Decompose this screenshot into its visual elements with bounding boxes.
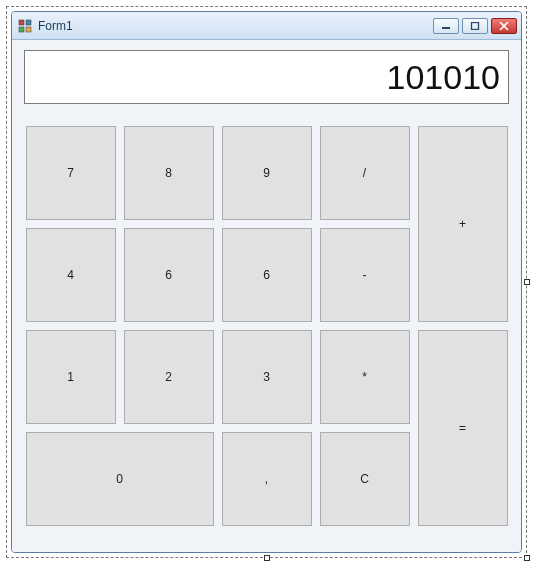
key-0[interactable]: 0: [26, 432, 214, 526]
minimize-icon: [441, 22, 451, 30]
key-comma[interactable]: ,: [222, 432, 312, 526]
key-8[interactable]: 8: [124, 126, 214, 220]
svg-rect-0: [19, 20, 24, 25]
key-minus[interactable]: -: [320, 228, 410, 322]
minimize-button[interactable]: [433, 18, 459, 34]
key-equals[interactable]: =: [418, 330, 508, 526]
display-input[interactable]: [24, 50, 509, 104]
form-window: Form1 7 8 9 / +: [11, 11, 522, 553]
svg-rect-4: [442, 27, 450, 29]
window-title: Form1: [38, 19, 433, 33]
client-area: 7 8 9 / + 4 6 6 - 1 2 3 * = 0 , C: [12, 40, 521, 552]
svg-rect-2: [19, 27, 24, 32]
resize-handle-southeast[interactable]: [524, 555, 530, 561]
maximize-icon: [470, 22, 480, 30]
close-icon: [499, 22, 509, 30]
window-controls: [433, 18, 517, 34]
titlebar[interactable]: Form1: [12, 12, 521, 40]
app-icon: [18, 19, 32, 33]
keypad: 7 8 9 / + 4 6 6 - 1 2 3 * = 0 , C: [24, 126, 509, 526]
designer-surface: Form1 7 8 9 / +: [6, 6, 527, 558]
maximize-button[interactable]: [462, 18, 488, 34]
resize-handle-south[interactable]: [264, 555, 270, 561]
svg-rect-1: [26, 20, 31, 25]
key-2[interactable]: 2: [124, 330, 214, 424]
key-clear[interactable]: C: [320, 432, 410, 526]
close-button[interactable]: [491, 18, 517, 34]
key-9[interactable]: 9: [222, 126, 312, 220]
svg-rect-5: [472, 22, 479, 29]
key-1[interactable]: 1: [26, 330, 116, 424]
key-4[interactable]: 4: [26, 228, 116, 322]
svg-rect-3: [26, 27, 31, 32]
key-7[interactable]: 7: [26, 126, 116, 220]
key-multiply[interactable]: *: [320, 330, 410, 424]
key-3[interactable]: 3: [222, 330, 312, 424]
key-plus[interactable]: +: [418, 126, 508, 322]
key-6[interactable]: 6: [124, 228, 214, 322]
resize-handle-east[interactable]: [524, 279, 530, 285]
key-6-dup[interactable]: 6: [222, 228, 312, 322]
key-divide[interactable]: /: [320, 126, 410, 220]
